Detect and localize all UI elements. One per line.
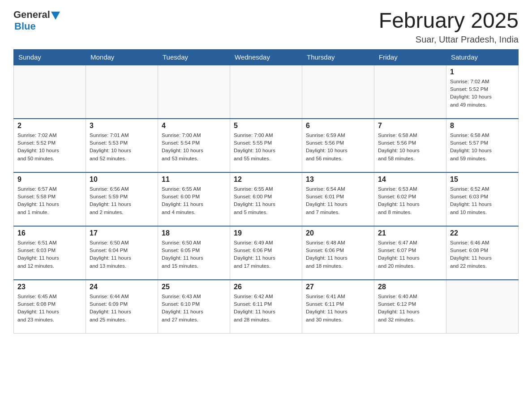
day-info: Sunrise: 6:55 AMSunset: 6:00 PMDaylight:…: [162, 185, 226, 216]
calendar-day-cell: 24Sunrise: 6:44 AMSunset: 6:09 PMDayligh…: [86, 280, 158, 334]
day-number: 20: [306, 229, 370, 237]
day-number: 18: [162, 229, 226, 237]
day-number: 23: [17, 283, 82, 291]
calendar-day-cell: 1Sunrise: 7:02 AMSunset: 5:52 PMDaylight…: [446, 65, 519, 119]
calendar-day-cell: 22Sunrise: 6:46 AMSunset: 6:08 PMDayligh…: [446, 226, 519, 280]
day-info: Sunrise: 6:58 AMSunset: 5:57 PMDaylight:…: [450, 132, 515, 163]
day-info: Sunrise: 6:51 AMSunset: 6:03 PMDaylight:…: [17, 239, 82, 270]
calendar-day-cell: 7Sunrise: 6:58 AMSunset: 5:56 PMDaylight…: [374, 119, 446, 172]
calendar-day-cell: 20Sunrise: 6:48 AMSunset: 6:06 PMDayligh…: [302, 226, 374, 280]
day-info: Sunrise: 7:00 AMSunset: 5:55 PMDaylight:…: [234, 132, 298, 163]
day-number: 28: [378, 283, 442, 291]
day-number: 22: [450, 229, 515, 237]
calendar-day-cell: 8Sunrise: 6:58 AMSunset: 5:57 PMDaylight…: [446, 119, 519, 172]
day-number: 6: [306, 122, 370, 130]
day-info: Sunrise: 6:50 AMSunset: 6:05 PMDaylight:…: [162, 239, 226, 270]
day-number: 25: [162, 283, 226, 291]
calendar-week-row: 16Sunrise: 6:51 AMSunset: 6:03 PMDayligh…: [14, 226, 519, 280]
day-info: Sunrise: 7:02 AMSunset: 5:52 PMDaylight:…: [17, 132, 82, 163]
calendar-week-row: 9Sunrise: 6:57 AMSunset: 5:58 PMDaylight…: [14, 172, 519, 226]
day-number: 4: [162, 122, 226, 130]
calendar-day-cell: 15Sunrise: 6:52 AMSunset: 6:03 PMDayligh…: [446, 172, 519, 226]
calendar-day-cell: 13Sunrise: 6:54 AMSunset: 6:01 PMDayligh…: [302, 172, 374, 226]
calendar-day-header: Monday: [86, 49, 158, 65]
day-number: 9: [17, 176, 82, 184]
day-info: Sunrise: 6:40 AMSunset: 6:12 PMDaylight:…: [378, 293, 442, 324]
calendar-day-cell: 5Sunrise: 7:00 AMSunset: 5:55 PMDaylight…: [230, 119, 302, 172]
day-info: Sunrise: 6:45 AMSunset: 6:08 PMDaylight:…: [17, 293, 82, 324]
calendar-day-cell: 27Sunrise: 6:41 AMSunset: 6:11 PMDayligh…: [302, 280, 374, 334]
calendar-day-cell: [230, 65, 302, 119]
day-info: Sunrise: 6:46 AMSunset: 6:08 PMDaylight:…: [450, 239, 515, 270]
day-info: Sunrise: 6:47 AMSunset: 6:07 PMDaylight:…: [378, 239, 442, 270]
day-number: 3: [90, 122, 154, 130]
day-number: 12: [234, 176, 298, 184]
day-info: Sunrise: 6:52 AMSunset: 6:03 PMDaylight:…: [450, 185, 515, 216]
day-number: 26: [234, 283, 298, 291]
day-info: Sunrise: 6:57 AMSunset: 5:58 PMDaylight:…: [17, 185, 82, 216]
day-number: 8: [450, 122, 515, 130]
day-info: Sunrise: 7:01 AMSunset: 5:53 PMDaylight:…: [90, 132, 154, 163]
day-info: Sunrise: 6:50 AMSunset: 6:04 PMDaylight:…: [90, 239, 154, 270]
calendar-day-cell: 6Sunrise: 6:59 AMSunset: 5:56 PMDaylight…: [302, 119, 374, 172]
calendar-day-cell: 9Sunrise: 6:57 AMSunset: 5:58 PMDaylight…: [14, 172, 86, 226]
day-info: Sunrise: 6:58 AMSunset: 5:56 PMDaylight:…: [378, 132, 442, 163]
calendar-day-cell: 25Sunrise: 6:43 AMSunset: 6:10 PMDayligh…: [158, 280, 230, 334]
day-number: 1: [450, 68, 515, 76]
calendar-day-cell: 17Sunrise: 6:50 AMSunset: 6:04 PMDayligh…: [86, 226, 158, 280]
page-header: General Blue February 2025 Suar, Uttar P…: [13, 9, 519, 45]
title-section: February 2025 Suar, Uttar Pradesh, India: [379, 9, 519, 45]
calendar-day-cell: 4Sunrise: 7:00 AMSunset: 5:54 PMDaylight…: [158, 119, 230, 172]
calendar-day-cell: 26Sunrise: 6:42 AMSunset: 6:11 PMDayligh…: [230, 280, 302, 334]
logo-general: General: [13, 9, 50, 21]
location-title: Suar, Uttar Pradesh, India: [379, 34, 519, 45]
day-info: Sunrise: 6:41 AMSunset: 6:11 PMDaylight:…: [306, 293, 370, 324]
calendar-day-cell: 14Sunrise: 6:53 AMSunset: 6:02 PMDayligh…: [374, 172, 446, 226]
logo-triangle-icon: [50, 10, 60, 20]
month-title: February 2025: [379, 9, 519, 33]
day-number: 15: [450, 176, 515, 184]
calendar-day-header: Friday: [374, 49, 446, 65]
day-number: 19: [234, 229, 298, 237]
day-number: 17: [90, 229, 154, 237]
day-info: Sunrise: 6:44 AMSunset: 6:09 PMDaylight:…: [90, 293, 154, 324]
calendar-day-cell: 11Sunrise: 6:55 AMSunset: 6:00 PMDayligh…: [158, 172, 230, 226]
calendar-day-header: Thursday: [302, 49, 374, 65]
day-number: 24: [90, 283, 154, 291]
calendar-day-cell: [446, 280, 519, 334]
calendar-week-row: 2Sunrise: 7:02 AMSunset: 5:52 PMDaylight…: [14, 119, 519, 172]
day-info: Sunrise: 6:42 AMSunset: 6:11 PMDaylight:…: [234, 293, 298, 324]
calendar-day-cell: 19Sunrise: 6:49 AMSunset: 6:06 PMDayligh…: [230, 226, 302, 280]
calendar-day-cell: [158, 65, 230, 119]
day-number: 5: [234, 122, 298, 130]
day-info: Sunrise: 7:02 AMSunset: 5:52 PMDaylight:…: [450, 78, 515, 109]
calendar-day-cell: 21Sunrise: 6:47 AMSunset: 6:07 PMDayligh…: [374, 226, 446, 280]
day-info: Sunrise: 6:54 AMSunset: 6:01 PMDaylight:…: [306, 185, 370, 216]
day-info: Sunrise: 7:00 AMSunset: 5:54 PMDaylight:…: [162, 132, 226, 163]
day-info: Sunrise: 6:53 AMSunset: 6:02 PMDaylight:…: [378, 185, 442, 216]
day-number: 16: [17, 229, 82, 237]
calendar-day-cell: [302, 65, 374, 119]
logo: General Blue: [13, 9, 61, 32]
calendar-day-cell: 2Sunrise: 7:02 AMSunset: 5:52 PMDaylight…: [14, 119, 86, 172]
day-info: Sunrise: 6:43 AMSunset: 6:10 PMDaylight:…: [162, 293, 226, 324]
calendar-day-cell: [86, 65, 158, 119]
calendar-day-header: Saturday: [446, 49, 519, 65]
day-number: 21: [378, 229, 442, 237]
day-number: 11: [162, 176, 226, 184]
calendar-day-cell: 23Sunrise: 6:45 AMSunset: 6:08 PMDayligh…: [14, 280, 86, 334]
calendar-day-cell: 3Sunrise: 7:01 AMSunset: 5:53 PMDaylight…: [86, 119, 158, 172]
calendar-day-cell: 18Sunrise: 6:50 AMSunset: 6:05 PMDayligh…: [158, 226, 230, 280]
day-number: 13: [306, 176, 370, 184]
calendar-week-row: 23Sunrise: 6:45 AMSunset: 6:08 PMDayligh…: [14, 280, 519, 334]
day-number: 7: [378, 122, 442, 130]
calendar-day-header: Sunday: [14, 49, 86, 65]
day-number: 2: [17, 122, 82, 130]
calendar-day-header: Tuesday: [158, 49, 230, 65]
calendar-day-header: Wednesday: [230, 49, 302, 65]
calendar-table: SundayMondayTuesdayWednesdayThursdayFrid…: [13, 49, 519, 334]
logo-blue: Blue: [14, 21, 61, 32]
day-info: Sunrise: 6:55 AMSunset: 6:00 PMDaylight:…: [234, 185, 298, 216]
day-info: Sunrise: 6:59 AMSunset: 5:56 PMDaylight:…: [306, 132, 370, 163]
calendar-day-cell: [374, 65, 446, 119]
